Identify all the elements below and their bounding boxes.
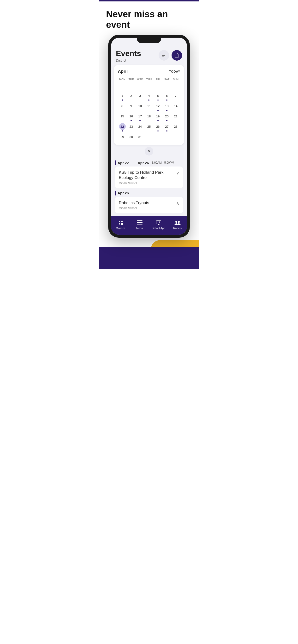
- svg-rect-14: [158, 224, 159, 225]
- calendar-day-13[interactable]: 13: [163, 102, 171, 112]
- calendar-event-dot: [166, 120, 168, 121]
- calendar-event-dot: [158, 120, 159, 121]
- event-date-row-2: Apr 26: [115, 191, 183, 196]
- calendar-day-14[interactable]: 14: [171, 102, 180, 112]
- calendar-day-9[interactable]: 9: [127, 102, 135, 112]
- event-school-2: Middle School: [119, 206, 149, 210]
- calendar-day-23[interactable]: 23: [127, 122, 135, 132]
- menu-icon: [136, 220, 143, 226]
- calendar-day-30[interactable]: 30: [127, 132, 135, 141]
- bottom-nav: Classes Menu: [111, 216, 187, 235]
- calendar-day-31[interactable]: 31: [135, 132, 144, 141]
- events-list: Apr 22 → Apr 26 8:00AM - 5:00PM KS5 Trip…: [111, 156, 187, 213]
- calendar-toggle-button[interactable]: [172, 50, 182, 60]
- calendar-month: April: [118, 69, 128, 74]
- event-card-2[interactable]: Robotics Tryouts Middle School ∧: [115, 197, 183, 213]
- svg-rect-12: [156, 221, 161, 224]
- phone-wrapper: Events District: [99, 35, 199, 238]
- svg-rect-11: [137, 224, 142, 224]
- calendar-day-empty: [154, 83, 163, 91]
- phone-screen: Events District: [111, 38, 187, 234]
- calendar-event-dot: [148, 100, 150, 100]
- calendar-day-24[interactable]: 24: [135, 122, 144, 132]
- calendar-day-8[interactable]: 8: [118, 102, 127, 112]
- nav-school-app[interactable]: School App: [149, 218, 168, 231]
- event-date-bar-1: [115, 160, 116, 165]
- event-expand-1[interactable]: ∨: [176, 170, 179, 176]
- svg-rect-8: [121, 223, 123, 225]
- calendar-day-empty: [171, 83, 180, 91]
- calendar-day-18[interactable]: 18: [144, 112, 153, 122]
- weekday-fri: FRI: [154, 77, 163, 82]
- filter-button[interactable]: [159, 50, 169, 60]
- calendar-day-20[interactable]: 20: [163, 112, 171, 122]
- calendar-day-21[interactable]: 21: [171, 112, 180, 122]
- event-info-1: KS5 Trip to Holland Park Ecology Centre …: [119, 170, 172, 185]
- calendar-day-22[interactable]: 22: [118, 122, 127, 132]
- nav-classes-label: Classes: [116, 227, 125, 230]
- event-date-from-1: Apr 22: [117, 161, 129, 165]
- nav-school-app-label: School App: [152, 227, 165, 230]
- calendar-day-7[interactable]: 7: [171, 91, 180, 102]
- nav-classes[interactable]: Classes: [111, 218, 130, 231]
- event-expand-2[interactable]: ∧: [176, 201, 179, 206]
- hero-section: Never miss an event: [99, 2, 199, 35]
- bottom-purple: [99, 259, 199, 269]
- calendar-event-dot: [158, 110, 159, 111]
- nav-rooms[interactable]: Rooms: [168, 218, 187, 231]
- calendar-event-dot: [166, 100, 168, 100]
- calendar-day-19[interactable]: 19: [154, 112, 163, 122]
- svg-point-18: [178, 221, 180, 223]
- event-date-to-1: Apr 26: [138, 161, 149, 165]
- calendar-day-16[interactable]: 16: [127, 112, 135, 122]
- svg-rect-15: [158, 222, 158, 222]
- calendar-event-dot: [122, 100, 123, 100]
- calendar-day-3[interactable]: 3: [135, 91, 144, 102]
- svg-rect-9: [137, 220, 142, 221]
- calendar-day-11[interactable]: 11: [144, 102, 153, 112]
- calendar-day-27[interactable]: 27: [163, 122, 171, 132]
- close-button-wrap: ✕: [111, 145, 187, 156]
- header-buttons: [159, 50, 182, 60]
- event-time-1: 8:00AM - 5:00PM: [152, 161, 174, 164]
- svg-rect-4: [176, 54, 176, 54]
- calendar-day-17[interactable]: 17: [135, 112, 144, 122]
- nav-menu-label: Menu: [136, 227, 143, 230]
- calendar-day-2[interactable]: 2: [127, 91, 135, 102]
- calendar-event-dot: [139, 120, 140, 121]
- nav-menu[interactable]: Menu: [130, 218, 149, 231]
- calendar-day-10[interactable]: 10: [135, 102, 144, 112]
- event-name-1: KS5 Trip to Holland Park Ecology Centre: [119, 170, 172, 180]
- svg-rect-6: [175, 55, 179, 55]
- calendar-day-6[interactable]: 6: [163, 91, 171, 102]
- close-calendar-button[interactable]: ✕: [145, 147, 153, 156]
- calendar-day-25[interactable]: 25: [144, 122, 153, 132]
- today-button[interactable]: TODAY: [169, 70, 180, 73]
- svg-rect-3: [175, 54, 179, 57]
- event-card-1[interactable]: KS5 Trip to Holland Park Ecology Centre …: [115, 166, 183, 188]
- page-background: Never miss an event Events District: [99, 2, 199, 269]
- calendar-day-empty: [118, 83, 127, 91]
- svg-rect-13: [158, 224, 160, 224]
- event-name-2: Robotics Tryouts: [119, 200, 149, 206]
- calendar-day-12[interactable]: 12: [154, 102, 163, 112]
- svg-rect-10: [137, 222, 142, 223]
- calendar-day-1[interactable]: 1: [118, 91, 127, 102]
- calendar-day-29[interactable]: 29: [118, 132, 127, 141]
- calendar-day-4[interactable]: 4: [144, 91, 153, 102]
- school-app-icon: [156, 220, 162, 226]
- calendar-event-dot: [166, 130, 168, 132]
- events-title-block: Events District: [116, 49, 141, 62]
- hero-title: Never miss an event: [106, 9, 192, 30]
- calendar-day-15[interactable]: 15: [118, 112, 127, 122]
- calendar-day-5[interactable]: 5: [154, 91, 163, 102]
- calendar-day-28[interactable]: 28: [171, 122, 180, 132]
- events-header: Events District: [111, 45, 187, 65]
- purple-base: [99, 247, 199, 259]
- calendar-day-26[interactable]: 26: [154, 122, 163, 132]
- calendar-event-dot: [166, 110, 168, 111]
- filter-icon: [162, 54, 166, 57]
- calendar-event-dot: [158, 130, 159, 132]
- calendar-weekdays: MON TUE WED THU FRI SAT SUN: [118, 77, 180, 82]
- calendar-event-dot: [122, 130, 123, 132]
